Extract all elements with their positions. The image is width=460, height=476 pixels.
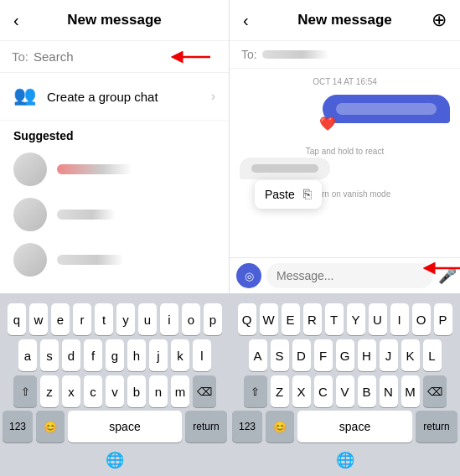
- sent-bubble[interactable]: ❤️: [323, 95, 450, 123]
- avatar-3: [13, 243, 47, 277]
- key-z[interactable]: z: [40, 375, 59, 407]
- key-p[interactable]: p: [204, 303, 222, 335]
- left-keyboard: q w e r t y u i o p a s d f g h j k: [0, 293, 230, 476]
- key-b[interactable]: b: [127, 375, 146, 407]
- globe-icon-right[interactable]: 🌐: [336, 451, 354, 469]
- rkey-row-2: A S D F G H J K L: [232, 339, 457, 371]
- key-j[interactable]: j: [149, 339, 168, 371]
- key-K[interactable]: K: [401, 339, 420, 371]
- suggested-item-3[interactable]: [13, 243, 215, 277]
- to-label-right: To:: [241, 48, 257, 61]
- key-I[interactable]: I: [390, 303, 409, 335]
- key-Z[interactable]: Z: [271, 375, 289, 407]
- key-T[interactable]: T: [325, 303, 344, 335]
- key-X[interactable]: X: [292, 375, 311, 407]
- key-Y[interactable]: Y: [347, 303, 365, 335]
- emoji-key-right[interactable]: 😊: [266, 411, 294, 442]
- bubble-content: [336, 103, 437, 115]
- recipient-blur: [262, 50, 329, 59]
- key-r[interactable]: r: [73, 303, 91, 335]
- key-l[interactable]: l: [193, 339, 211, 371]
- key-y[interactable]: y: [116, 303, 135, 335]
- received-bubble[interactable]: [240, 158, 330, 179]
- plus-button[interactable]: ⊕: [432, 9, 447, 31]
- rkey-row-1: Q W E R T Y U I O P: [232, 303, 457, 335]
- shift-key-right[interactable]: ⇧: [244, 375, 267, 407]
- emoji-key-left[interactable]: 😊: [36, 411, 65, 442]
- message-input[interactable]: [266, 263, 433, 288]
- rkey-row-3: ⇧ Z X C V B N M ⌫: [232, 375, 457, 407]
- key-M[interactable]: M: [401, 375, 420, 407]
- tap-hold-hint: Tap and hold to react: [240, 147, 450, 156]
- key-V[interactable]: V: [336, 375, 354, 407]
- key-u[interactable]: u: [138, 303, 157, 335]
- key-n[interactable]: n: [149, 375, 168, 407]
- left-header: ‹ New message: [0, 0, 229, 41]
- back-button-right[interactable]: ‹: [243, 11, 249, 30]
- name-blur-2: [57, 210, 116, 220]
- key-s[interactable]: s: [40, 339, 59, 371]
- right-panel: ‹ New message ⊕ To: OCT 14 AT 16:54 ❤️ T…: [230, 0, 460, 476]
- key-B[interactable]: B: [358, 375, 376, 407]
- key-J[interactable]: J: [380, 339, 398, 371]
- globe-row-left: 🌐: [0, 448, 230, 476]
- key-d[interactable]: d: [62, 339, 80, 371]
- key-H[interactable]: H: [358, 339, 376, 371]
- key-W[interactable]: W: [260, 303, 278, 335]
- key-k[interactable]: k: [171, 339, 189, 371]
- suggested-item-1[interactable]: [13, 153, 215, 186]
- key-i[interactable]: i: [160, 303, 178, 335]
- left-keyboard-keys: q w e r t y u i o p a s d f g h j k: [0, 298, 230, 411]
- key-S[interactable]: S: [271, 339, 289, 371]
- group-icon: 👥: [13, 85, 37, 108]
- key-f[interactable]: f: [84, 339, 102, 371]
- avatar-1: [13, 153, 47, 186]
- delete-key-right[interactable]: ⌫: [423, 375, 447, 407]
- key-row-2: a s d f g h j k l: [3, 339, 227, 371]
- key-q[interactable]: q: [8, 303, 26, 335]
- globe-icon-left[interactable]: 🌐: [106, 451, 124, 469]
- delete-key[interactable]: ⌫: [193, 375, 216, 407]
- key-a[interactable]: a: [18, 339, 37, 371]
- key-x[interactable]: x: [62, 375, 80, 407]
- key-O[interactable]: O: [412, 303, 431, 335]
- space-key-left[interactable]: space: [68, 411, 182, 442]
- left-panel: ‹ New message To: 👥 Create a group chat …: [0, 0, 230, 476]
- key-o[interactable]: o: [182, 303, 200, 335]
- key-m[interactable]: m: [171, 375, 189, 407]
- key-U[interactable]: U: [369, 303, 387, 335]
- numbers-key-right[interactable]: 123: [232, 411, 262, 442]
- key-R[interactable]: R: [303, 303, 322, 335]
- right-keyboard: Q W E R T Y U I O P A S D F G H J K: [230, 293, 460, 476]
- space-key-right[interactable]: space: [297, 411, 412, 442]
- back-button-left[interactable]: ‹: [13, 11, 19, 30]
- return-key-right[interactable]: return: [416, 411, 457, 442]
- key-G[interactable]: G: [336, 339, 354, 371]
- camera-button[interactable]: ◎: [236, 263, 261, 288]
- shift-key[interactable]: ⇧: [13, 375, 37, 407]
- key-N[interactable]: N: [380, 375, 398, 407]
- key-w[interactable]: w: [29, 303, 48, 335]
- return-key-left[interactable]: return: [185, 411, 227, 442]
- key-g[interactable]: g: [106, 339, 124, 371]
- key-E[interactable]: E: [282, 303, 300, 335]
- name-blur-1: [57, 164, 132, 174]
- key-D[interactable]: D: [292, 339, 311, 371]
- key-A[interactable]: A: [249, 339, 267, 371]
- create-group-row[interactable]: 👥 Create a group chat ›: [0, 73, 229, 121]
- clipboard-icon[interactable]: ⎘: [303, 187, 312, 202]
- key-P[interactable]: P: [434, 303, 452, 335]
- key-e[interactable]: e: [51, 303, 70, 335]
- key-L[interactable]: L: [423, 339, 442, 371]
- numbers-key[interactable]: 123: [3, 411, 33, 442]
- key-c[interactable]: c: [84, 375, 102, 407]
- paste-option[interactable]: Paste: [265, 188, 295, 201]
- key-v[interactable]: v: [106, 375, 124, 407]
- key-h[interactable]: h: [127, 339, 146, 371]
- key-Q[interactable]: Q: [238, 303, 256, 335]
- key-F[interactable]: F: [314, 339, 333, 371]
- suggested-item-2[interactable]: [13, 198, 215, 231]
- key-C[interactable]: C: [314, 375, 333, 407]
- red-arrow-right: [422, 258, 460, 278]
- key-t[interactable]: t: [95, 303, 113, 335]
